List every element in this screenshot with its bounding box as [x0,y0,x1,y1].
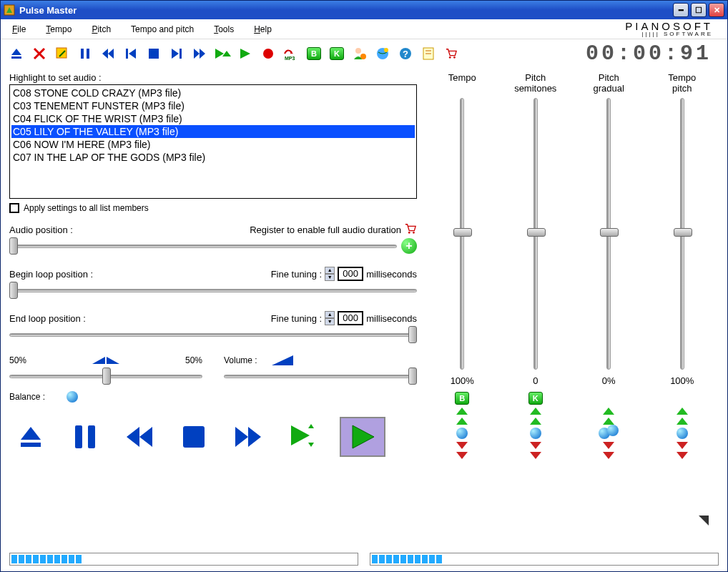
record-icon[interactable] [260,45,277,62]
pitch-grad-up-large[interactable] [603,408,614,415]
balance-reset-icon[interactable] [67,391,78,403]
pitch-semi-up-small[interactable] [530,418,541,425]
audio-listbox[interactable]: C08 STONE COLD CRAZY (MP3 file) C03 TENE… [9,84,417,199]
tempo-slider[interactable] [460,98,464,370]
maximize-button[interactable]: ☐ [691,3,707,17]
pitch-grad-reset-2[interactable] [607,425,619,436]
titlebar: Pulse Master ━ ☐ ✕ [1,1,727,19]
big-play-button[interactable] [340,417,385,457]
big-play-load-button[interactable] [285,421,320,453]
menu-tempo-pitch[interactable]: Tempo and pitch [128,23,197,36]
pitch-grad-down-small[interactable] [603,442,614,449]
b-button-icon[interactable]: B [305,45,323,62]
svg-rect-22 [75,425,82,448]
step-fwd-icon[interactable] [168,45,185,62]
tempo-down-small[interactable] [456,442,468,449]
menu-tools[interactable]: Tools [211,23,237,36]
menu-file[interactable]: File [9,23,29,36]
stop-icon[interactable] [145,45,162,62]
delete-icon[interactable] [31,45,48,62]
begin-fine-value[interactable]: 000 [338,267,363,281]
tempo-pitch-slider[interactable] [680,98,684,370]
help-icon[interactable]: ? [397,45,414,62]
menu-tempo[interactable]: Tempo [43,23,74,36]
list-label: Highlight to set audio : [9,72,417,83]
svg-rect-1 [11,56,21,59]
k-button-icon[interactable]: K [328,45,345,62]
fastfwd-icon[interactable] [191,45,208,62]
end-fine-down[interactable]: ▼ [325,318,335,325]
pitch-grad-down-large[interactable] [603,452,614,459]
begin-fine-up[interactable]: ▲ [325,267,335,274]
tempo-b-button[interactable]: B [455,392,469,405]
pitch-semi-down-large[interactable] [530,452,541,459]
play-load-icon[interactable] [214,45,231,62]
end-loop-slider[interactable] [9,327,417,342]
end-fine-up[interactable]: ▲ [325,311,335,318]
cart-icon[interactable] [443,45,460,62]
big-rewind-button[interactable] [122,421,157,453]
register-cart-icon[interactable] [404,223,417,237]
play-icon[interactable] [237,45,254,62]
svg-text:MP3: MP3 [285,56,295,61]
pitch-grad-up-small[interactable] [603,418,614,425]
list-item[interactable]: C03 TENEMENT FUNSTER (MP3 file) [11,99,415,112]
tempo-up-small[interactable] [456,418,468,425]
brand-logo: PIANOSOFT ||||| SOFTWARE [625,21,719,37]
big-stop-button[interactable] [177,421,211,453]
svg-point-10 [355,48,361,54]
menu-help[interactable]: Help [251,23,275,36]
list-item[interactable]: C05 LILY OF THE VALLEY (MP3 file) [11,125,415,138]
big-fastfwd-button[interactable] [231,421,265,453]
tempo-pitch-up-small[interactable] [677,418,688,425]
resize-grip-icon[interactable] [699,516,709,526]
svg-point-17 [449,56,451,59]
tempo-up-large[interactable] [456,408,468,415]
window-title: Pulse Master [19,5,673,16]
pitch-semi-down-small[interactable] [530,442,541,449]
tempo-pitch-down-small[interactable] [677,442,688,449]
step-back-icon[interactable] [122,45,139,62]
edit-icon[interactable] [54,45,71,62]
pitch-semi-value: 0 [511,375,561,386]
end-fine-label: Fine tuning : [271,313,323,324]
list-item[interactable]: C07 IN THE LAP OF THE GODS (MP3 file) [11,151,415,164]
end-fine-value[interactable]: 000 [338,311,363,325]
list-item[interactable]: C08 STONE COLD CRAZY (MP3 file) [11,87,415,99]
balance-slider[interactable] [9,368,202,384]
begin-loop-slider[interactable] [9,282,417,298]
minimize-button[interactable]: ━ [673,3,689,17]
pitch-k-button[interactable]: K [528,392,543,405]
tempo-down-large[interactable] [456,452,468,459]
rewind-icon[interactable] [99,45,117,62]
big-pause-button[interactable] [68,421,102,453]
balance-wedge-left-icon [92,357,105,364]
tempo-pitch-down-large[interactable] [677,452,688,459]
list-item[interactable]: C06 NOW I'M HERE (MP3 file) [11,138,415,151]
svg-rect-2 [56,48,67,58]
pitch-semitones-slider[interactable] [533,98,538,370]
list-item[interactable]: C04 FLICK OF THE WRIST (MP3 file) [11,112,415,125]
globe-icon[interactable] [374,45,391,62]
tempo-pitch-up-large[interactable] [677,408,688,415]
begin-fine-down[interactable]: ▼ [325,274,335,281]
tempo-pitch-reset[interactable] [677,428,688,439]
audio-position-slider[interactable] [9,238,397,254]
note-icon[interactable] [420,45,437,62]
pitch-semi-reset[interactable] [530,428,541,439]
volume-slider[interactable] [224,368,417,384]
begin-fine-unit: milliseconds [366,269,417,280]
tempo-reset[interactable] [456,428,468,439]
mp3-export-icon[interactable]: MP3 [282,45,300,62]
user-icon[interactable] [351,45,368,62]
menu-pitch[interactable]: Pitch [89,23,114,36]
add-marker-button[interactable]: + [401,238,417,254]
eject-icon[interactable] [8,45,25,62]
pause-icon[interactable] [77,45,94,62]
pitch-gradual-slider[interactable] [606,98,611,370]
big-eject-button[interactable] [14,421,48,453]
apply-all-checkbox[interactable] [9,203,19,213]
tempo-value: 100% [437,375,487,386]
pitch-semi-up-large[interactable] [530,408,541,415]
close-button[interactable]: ✕ [709,3,724,17]
